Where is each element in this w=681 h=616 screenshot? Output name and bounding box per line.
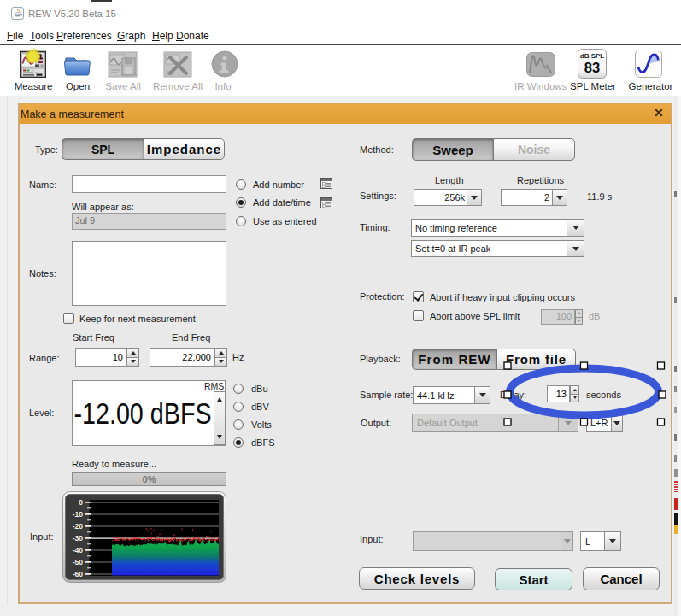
svg-text:-40: -40 bbox=[73, 546, 84, 554]
svg-text:-30: -30 bbox=[73, 534, 84, 543]
svg-text:83: 83 bbox=[584, 60, 600, 75]
svg-text:-50: -50 bbox=[73, 558, 84, 566]
svg-text:-60: -60 bbox=[73, 570, 84, 578]
svg-text:-10: -10 bbox=[73, 510, 84, 519]
svg-text:-20: -20 bbox=[73, 522, 84, 531]
svg-text:dB SPL: dB SPL bbox=[580, 52, 605, 60]
svg-text:0: 0 bbox=[79, 498, 83, 507]
